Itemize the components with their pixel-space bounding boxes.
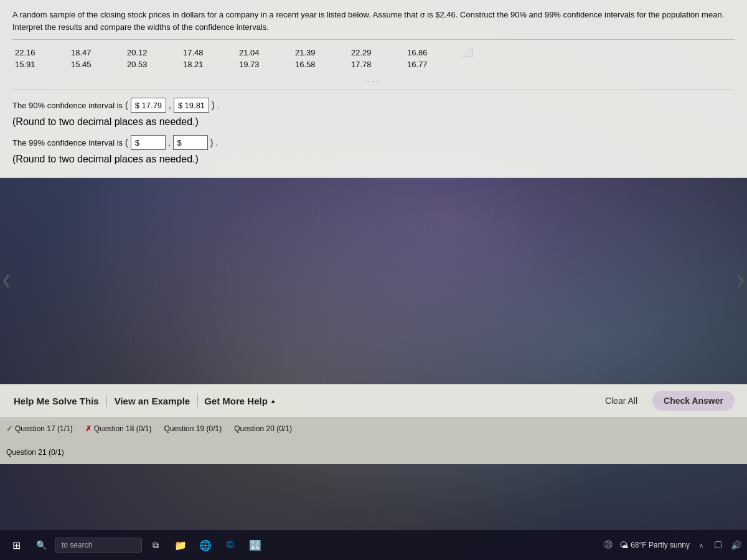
problem-text-content: A random sample of the closing stock pri… [12,10,724,32]
data-cell-r1c4: 17.48 [181,47,237,58]
ci99-input1[interactable]: $ [131,135,166,150]
q20-label: Question 20 (0/1) [234,424,292,433]
expand-icon[interactable]: ⬜ [463,47,473,57]
ci99-comma: , [168,138,171,147]
ci99-dollar2: $ [177,138,182,147]
data-cell-r1c3: 20.12 [125,47,181,58]
data-col-icon: ⬜ [461,47,473,70]
clear-all-button[interactable]: Clear All [598,392,645,409]
data-col-1: 22.16 15.91 [12,47,68,70]
taskbar: ⊞ 🔍 to search ⧉ 📁 🌐 © 🔣 ⑳ 🌤 68°F Partly … [0,530,747,560]
search-bar[interactable]: to search [55,538,142,553]
app-icon-1[interactable]: 📁 [169,534,192,556]
data-col-3: 20.12 20.53 [125,47,181,70]
ci90-val2: $ 19.81 [178,101,205,110]
ci99-field2[interactable] [182,138,204,147]
data-cell-r1c7: 22.29 [349,47,405,58]
app3-icon: © [227,539,234,551]
data-cell-r1c1: 22.16 [12,47,68,58]
data-table: 22.16 15.91 18.47 15.45 20.12 20.53 17.4… [12,47,735,70]
toolbar-right: Clear All Check Answer [598,391,735,411]
task-view-icon: ⧉ [153,540,159,551]
question-19-item[interactable]: Question 19 (0/1) [164,424,222,433]
data-cell-r2c8: 16.77 [405,59,461,70]
ci90-note: (Round to two decimal places as needed.) [12,116,199,127]
help-me-solve-button[interactable]: Help Me Solve This [12,392,100,410]
app-icon-2[interactable]: 🌐 [194,534,217,556]
weather-icon: 🌤 [619,540,628,550]
chevron-down-icon: ▲ [270,398,276,404]
tray-help-icon[interactable]: ⑳ [602,539,614,551]
q19-label: Question 19 (0/1) [164,424,222,433]
bottom-toolbar: Help Me Solve This View an Example Get M… [0,384,747,417]
check-answer-button[interactable]: Check Answer [652,391,735,411]
toolbar-left: Help Me Solve This View an Example Get M… [12,392,276,410]
tray-volume-icon[interactable]: 🔊 [730,539,742,551]
problem-description: A random sample of the closing stock pri… [12,9,735,40]
questions-stripe-lower: Question 21 (0/1) [0,441,747,464]
data-col-4: 17.48 18.21 [181,47,237,70]
data-cell-r2c5: 19.73 [237,59,293,70]
ci99-note: (Round to two decimal places as needed.) [12,154,199,164]
ci99-period: . [215,138,218,147]
ci90-val1: $ 17.79 [135,101,162,110]
ci99-line: The 99% confidence interval is ( $ , $ )… [12,135,735,150]
view-example-button[interactable]: View an Example [113,392,191,410]
taskbar-search-icon: 🔍 [36,540,47,550]
tray-expand-icon[interactable]: ∧ [695,539,707,551]
data-col-2: 18.47 15.45 [68,47,125,70]
q17-label: Question 17 (1/1) [15,424,73,433]
ci99-close-paren: ) [210,138,214,147]
data-cell-r2c2: 15.45 [68,59,125,70]
question-17-item[interactable]: ✓ Question 17 (1/1) [6,424,73,433]
ci90-comma: , [169,101,171,110]
start-button[interactable]: ⊞ [5,534,27,556]
ci90-open-paren: ( [125,100,128,110]
data-cell-r1c8: 16.86 [405,47,461,58]
app-icon-4[interactable]: 🔣 [244,534,266,556]
divider [12,90,735,90]
data-cell-r1c6: 21.39 [293,47,349,58]
data-cell-r2c6: 16.58 [293,59,349,70]
ci99-field1[interactable] [139,138,161,147]
ci99-input2[interactable]: $ [173,135,208,150]
q21-label: Question 21 (0/1) [6,448,64,457]
toolbar-divider2 [197,394,198,407]
get-more-help-label: Get More Help [204,396,268,406]
app4-icon: 🔣 [249,539,261,551]
data-col-8: 16.86 16.77 [405,47,461,70]
ci90-input1[interactable]: $ 17.79 [131,98,166,113]
main-content-panel: A random sample of the closing stock pri… [0,0,747,178]
ci99-label: The 99% confidence interval is [12,138,123,147]
app2-icon: 🌐 [199,539,212,551]
search-label: to search [62,541,92,549]
questions-stripe: ✓ Question 17 (1/1) ✗ Question 18 (0/1) … [0,417,747,441]
question-18-item[interactable]: ✗ Question 18 (0/1) [85,424,152,433]
question-20-item[interactable]: Question 20 (0/1) [234,424,292,433]
dots-separator: ..... [364,76,383,83]
toolbar-divider1 [106,394,107,407]
data-cell-r2c7: 17.78 [349,59,405,70]
data-col-5: 21.04 19.73 [237,47,293,70]
nav-arrow-right[interactable]: ❯ [735,273,746,287]
get-more-help-button[interactable]: Get More Help ▲ [204,396,276,406]
ci90-line: The 90% confidence interval is ( $ 17.79… [12,98,735,113]
ci90-close-paren: ) [212,100,215,110]
app-icon-3[interactable]: © [219,534,242,556]
q18-x-icon: ✗ [85,424,92,433]
ci99-open-paren: ( [125,138,128,147]
ci90-input2[interactable]: $ 19.81 [174,98,209,113]
question-21-item[interactable]: Question 21 (0/1) [6,448,64,457]
weather-display: 🌤 68°F Partly sunny [619,540,690,550]
data-cell-r2c4: 18.21 [181,59,237,70]
app1-icon: 📁 [174,539,187,551]
search-button[interactable]: 🔍 [30,534,52,556]
data-col-7: 22.29 17.78 [349,47,405,70]
tray-notification-icon[interactable]: 🖵 [712,539,725,551]
weather-text: 68°F Partly sunny [631,541,690,549]
data-cell-r2c3: 20.53 [125,59,181,70]
nav-arrow-left[interactable]: ❮ [1,273,12,287]
start-icon: ⊞ [12,539,21,551]
task-view-button[interactable]: ⧉ [144,534,167,556]
ci90-label: The 90% confidence interval is [12,101,123,110]
